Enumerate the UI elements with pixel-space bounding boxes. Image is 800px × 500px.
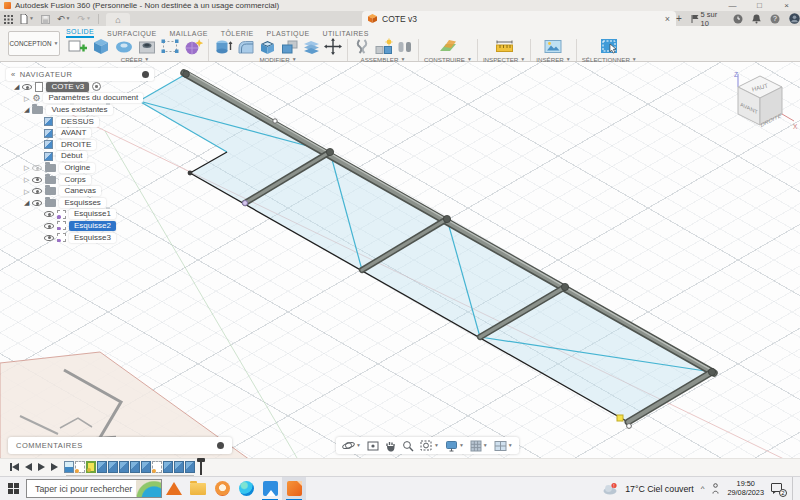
origin-point[interactable] bbox=[188, 171, 193, 176]
browser-row[interactable]: AVANT bbox=[6, 127, 171, 139]
isolate-icon[interactable] bbox=[92, 82, 101, 91]
help-icon[interactable]: ? bbox=[770, 10, 780, 28]
pen-tray-icon[interactable] bbox=[711, 483, 720, 494]
browser-root-row[interactable]: ◢ COTE v3 bbox=[6, 81, 171, 93]
step-back-button[interactable] bbox=[25, 463, 32, 471]
construction-plane-icon[interactable] bbox=[438, 38, 458, 55]
extrude-feature[interactable] bbox=[119, 461, 129, 473]
visibility-eye-icon[interactable] bbox=[32, 188, 42, 194]
collapsed-icon[interactable]: ▷ bbox=[24, 164, 29, 171]
node-label[interactable]: Esquisse2 bbox=[69, 221, 116, 231]
browser-row[interactable]: ▷ Canevas bbox=[6, 185, 171, 197]
browser-row[interactable]: Début bbox=[6, 151, 171, 163]
node-label[interactable]: Paramètres du document bbox=[43, 93, 143, 103]
workspace-selector[interactable]: CONCEPTION▼ bbox=[8, 31, 60, 56]
taskbar-clock[interactable]: 19:50 29/08/2023 bbox=[727, 480, 764, 497]
create-form-icon[interactable] bbox=[183, 38, 203, 55]
home-view-button[interactable]: ⌂ bbox=[106, 13, 130, 26]
taskbar-app-photos[interactable] bbox=[258, 477, 282, 500]
taskbar-search[interactable]: Taper ici pour rechercher bbox=[26, 479, 162, 498]
browser-row[interactable]: DESSUS bbox=[6, 116, 171, 128]
tab-plastique[interactable]: PLASTIQUE bbox=[267, 30, 310, 38]
notifications-bell-icon[interactable] bbox=[752, 10, 761, 28]
document-tab[interactable]: COTE v3 × bbox=[362, 11, 676, 26]
app-grid-icon[interactable] bbox=[4, 10, 13, 28]
look-at-icon[interactable] bbox=[367, 440, 379, 452]
press-pull-icon[interactable] bbox=[214, 38, 233, 55]
node-label[interactable]: Corps bbox=[59, 175, 90, 185]
grid-settings-icon[interactable]: ▼ bbox=[470, 440, 488, 452]
node-label[interactable]: Esquisses bbox=[59, 198, 105, 208]
browser-row[interactable]: ◢ Esquisses bbox=[6, 197, 171, 209]
orbit-icon[interactable]: ▼ bbox=[342, 439, 361, 452]
collapsed-icon[interactable]: ▷ bbox=[24, 95, 29, 102]
node-label[interactable]: Origine bbox=[59, 163, 95, 173]
file-menu-button[interactable]: ▼ bbox=[20, 14, 34, 24]
extrude-feature[interactable] bbox=[174, 461, 184, 473]
extrude-feature[interactable] bbox=[108, 461, 118, 473]
node-label[interactable]: DROITE bbox=[56, 140, 96, 150]
display-settings-icon[interactable]: ▼ bbox=[445, 440, 464, 452]
offset-face-icon[interactable] bbox=[302, 38, 321, 55]
expanded-icon[interactable]: ◢ bbox=[24, 199, 29, 206]
view-cube[interactable]: Z HAUT AVANT DROITE X bbox=[722, 70, 798, 136]
taskbar-app-file-explorer[interactable] bbox=[186, 477, 210, 500]
play-button[interactable] bbox=[38, 463, 45, 471]
glass-panel[interactable] bbox=[139, 74, 712, 422]
browser-row[interactable]: Esquisse3 bbox=[6, 232, 171, 244]
taskbar-app-edge[interactable] bbox=[234, 477, 258, 500]
node-label[interactable]: Esquisse1 bbox=[69, 209, 116, 219]
browser-row-selected[interactable]: Esquisse2 bbox=[6, 220, 171, 232]
taskbar-app-autodesk[interactable] bbox=[162, 477, 186, 500]
navigator-options-button[interactable] bbox=[142, 71, 149, 78]
weather-text[interactable]: 17°C Ciel couvert bbox=[625, 484, 694, 494]
collapsed-icon[interactable]: ▷ bbox=[24, 176, 29, 183]
timeline-position-marker[interactable] bbox=[200, 460, 202, 475]
node-label[interactable]: Canevas bbox=[59, 186, 101, 196]
canvas-feature[interactable] bbox=[64, 461, 74, 473]
expanded-icon[interactable]: ◢ bbox=[14, 83, 19, 90]
insert-canvas-icon[interactable] bbox=[543, 38, 563, 55]
visibility-eye-icon[interactable] bbox=[44, 235, 54, 241]
visibility-eye-icon[interactable] bbox=[32, 200, 42, 206]
taskbar-app-fusion[interactable] bbox=[282, 477, 306, 500]
tab-maillage[interactable]: MAILLAGE bbox=[170, 30, 208, 38]
zoom-icon[interactable] bbox=[402, 440, 414, 452]
browser-row[interactable]: ▷ Corps bbox=[6, 174, 171, 186]
browser-row[interactable]: ◢ Vues existantes bbox=[6, 104, 171, 116]
revolve-icon[interactable] bbox=[114, 38, 134, 55]
browser-row[interactable]: ▷ Origine bbox=[6, 162, 171, 174]
browser-row[interactable]: DROITE bbox=[6, 139, 171, 151]
extrude-icon[interactable] bbox=[91, 38, 111, 55]
fit-icon[interactable]: ▼ bbox=[420, 440, 439, 452]
job-status[interactable]: 5 sur 10 bbox=[691, 10, 724, 28]
sketch-point[interactable] bbox=[627, 424, 632, 429]
visibility-eye-icon[interactable] bbox=[44, 223, 54, 229]
pattern-icon[interactable] bbox=[160, 38, 180, 55]
show-desktop-button[interactable] bbox=[792, 477, 796, 500]
new-tab-button[interactable]: + bbox=[676, 13, 682, 24]
start-button[interactable] bbox=[0, 483, 26, 494]
sketch-point[interactable] bbox=[243, 201, 248, 206]
collapsed-icon[interactable]: ▷ bbox=[24, 188, 29, 195]
selected-point[interactable] bbox=[617, 415, 623, 421]
visibility-eye-icon[interactable] bbox=[32, 165, 42, 171]
undo-button[interactable]: ↶▼ bbox=[57, 14, 71, 24]
save-icon[interactable] bbox=[41, 10, 50, 28]
viewports-icon[interactable]: ▼ bbox=[494, 440, 513, 452]
root-node-label[interactable]: COTE v3 bbox=[46, 82, 89, 92]
browser-row[interactable]: Esquisse1 bbox=[6, 209, 171, 221]
browser-row[interactable]: ▷ ⚙ Paramètres du document bbox=[6, 93, 171, 105]
tab-utilitaires[interactable]: UTILITAIRES bbox=[322, 30, 368, 38]
tab-tolerie[interactable]: TÔLERIE bbox=[221, 30, 254, 38]
combine-icon[interactable] bbox=[280, 38, 299, 55]
sketch-point[interactable] bbox=[273, 119, 277, 123]
go-to-start-button[interactable] bbox=[10, 463, 19, 471]
extrude-feature[interactable] bbox=[185, 461, 195, 473]
extrude-feature[interactable] bbox=[130, 461, 140, 473]
tray-expand-icon[interactable]: ^ bbox=[701, 484, 705, 493]
job-clock-icon[interactable] bbox=[733, 10, 743, 28]
avatar[interactable] bbox=[789, 10, 800, 28]
redo-button[interactable]: ↷▼ bbox=[77, 14, 91, 24]
taskbar-app-browser[interactable] bbox=[210, 477, 234, 500]
